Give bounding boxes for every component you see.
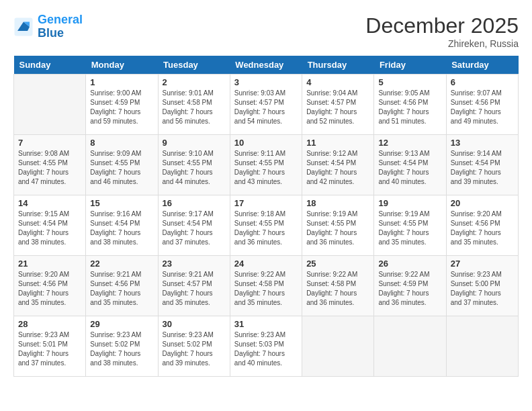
day-number: 13 — [451, 138, 514, 148]
header-wednesday: Wednesday — [230, 56, 302, 75]
cell-info: Sunrise: 9:23 AMSunset: 5:03 PMDaylight:… — [234, 330, 298, 368]
calendar-cell: 2Sunrise: 9:01 AMSunset: 4:58 PMDaylight… — [158, 75, 230, 135]
day-number: 12 — [378, 138, 441, 148]
calendar-week-3: 21Sunrise: 9:20 AMSunset: 4:56 PMDayligh… — [14, 256, 519, 316]
calendar-cell: 8Sunrise: 9:09 AMSunset: 4:55 PMDaylight… — [86, 135, 158, 195]
cell-info: Sunrise: 9:23 AMSunset: 5:02 PMDaylight:… — [163, 330, 226, 368]
cell-info: Sunrise: 9:22 AMSunset: 4:58 PMDaylight:… — [306, 270, 369, 308]
logo-icon — [13, 17, 34, 37]
header-friday: Friday — [374, 56, 446, 75]
day-number: 29 — [90, 319, 153, 329]
calendar-cell: 9Sunrise: 9:10 AMSunset: 4:55 PMDaylight… — [158, 135, 230, 195]
calendar-week-2: 14Sunrise: 9:15 AMSunset: 4:54 PMDayligh… — [14, 195, 519, 256]
title-block: December 2025 Zhireken, Russia — [365, 13, 519, 49]
calendar-week-0: 1Sunrise: 9:00 AMSunset: 4:59 PMDaylight… — [14, 75, 519, 135]
calendar-cell: 13Sunrise: 9:14 AMSunset: 4:54 PMDayligh… — [446, 135, 518, 195]
calendar-cell: 28Sunrise: 9:23 AMSunset: 5:01 PMDayligh… — [14, 316, 86, 377]
day-number: 24 — [234, 259, 298, 269]
calendar-cell: 16Sunrise: 9:17 AMSunset: 4:54 PMDayligh… — [158, 195, 230, 256]
logo-text: General Blue — [38, 13, 83, 40]
cell-info: Sunrise: 9:23 AMSunset: 5:02 PMDaylight:… — [90, 330, 153, 368]
month-title: December 2025 — [365, 13, 519, 38]
header-saturday: Saturday — [446, 56, 518, 75]
cell-info: Sunrise: 9:05 AMSunset: 4:56 PMDaylight:… — [378, 89, 441, 126]
cell-info: Sunrise: 9:20 AMSunset: 4:56 PMDaylight:… — [18, 270, 81, 308]
day-number: 17 — [234, 198, 298, 208]
calendar-cell — [14, 75, 86, 135]
calendar-cell: 5Sunrise: 9:05 AMSunset: 4:56 PMDaylight… — [374, 75, 446, 135]
calendar-cell: 24Sunrise: 9:22 AMSunset: 4:58 PMDayligh… — [230, 256, 302, 316]
calendar-week-1: 7Sunrise: 9:08 AMSunset: 4:55 PMDaylight… — [14, 135, 519, 195]
calendar-cell: 11Sunrise: 9:12 AMSunset: 4:54 PMDayligh… — [302, 135, 374, 195]
day-number: 28 — [18, 319, 81, 329]
calendar-cell: 12Sunrise: 9:13 AMSunset: 4:54 PMDayligh… — [374, 135, 446, 195]
day-number: 2 — [163, 77, 226, 87]
calendar-cell: 26Sunrise: 9:22 AMSunset: 4:59 PMDayligh… — [374, 256, 446, 316]
cell-info: Sunrise: 9:21 AMSunset: 4:56 PMDaylight:… — [90, 270, 153, 308]
cell-info: Sunrise: 9:09 AMSunset: 4:55 PMDaylight:… — [90, 149, 153, 187]
day-number: 5 — [378, 77, 441, 87]
calendar-cell: 14Sunrise: 9:15 AMSunset: 4:54 PMDayligh… — [14, 195, 86, 256]
cell-info: Sunrise: 9:19 AMSunset: 4:55 PMDaylight:… — [378, 210, 441, 247]
calendar-cell: 7Sunrise: 9:08 AMSunset: 4:55 PMDaylight… — [14, 135, 86, 195]
calendar-cell: 15Sunrise: 9:16 AMSunset: 4:54 PMDayligh… — [86, 195, 158, 256]
calendar-cell: 4Sunrise: 9:04 AMSunset: 4:57 PMDaylight… — [302, 75, 374, 135]
calendar-cell: 3Sunrise: 9:03 AMSunset: 4:57 PMDaylight… — [230, 75, 302, 135]
cell-info: Sunrise: 9:10 AMSunset: 4:55 PMDaylight:… — [163, 149, 226, 187]
day-number: 26 — [378, 259, 441, 269]
day-number: 27 — [451, 259, 514, 269]
cell-info: Sunrise: 9:00 AMSunset: 4:59 PMDaylight:… — [90, 89, 153, 126]
calendar-cell: 27Sunrise: 9:23 AMSunset: 5:00 PMDayligh… — [446, 256, 518, 316]
calendar-table: Sunday Monday Tuesday Wednesday Thursday… — [13, 56, 519, 377]
cell-info: Sunrise: 9:22 AMSunset: 4:58 PMDaylight:… — [234, 270, 298, 308]
day-number: 31 — [234, 319, 298, 329]
page-header: General Blue December 2025 Zhireken, Rus… — [13, 13, 519, 49]
cell-info: Sunrise: 9:11 AMSunset: 4:55 PMDaylight:… — [234, 149, 298, 187]
logo-line1: General — [38, 13, 83, 26]
day-number: 3 — [234, 77, 298, 87]
day-number: 19 — [378, 198, 441, 208]
day-number: 4 — [306, 77, 369, 87]
day-number: 7 — [18, 138, 81, 148]
day-number: 21 — [18, 259, 81, 269]
calendar-body: 1Sunrise: 9:00 AMSunset: 4:59 PMDaylight… — [14, 75, 519, 377]
cell-info: Sunrise: 9:22 AMSunset: 4:59 PMDaylight:… — [378, 270, 441, 308]
cell-info: Sunrise: 9:01 AMSunset: 4:58 PMDaylight:… — [163, 89, 226, 126]
calendar-cell — [302, 316, 374, 377]
cell-info: Sunrise: 9:15 AMSunset: 4:54 PMDaylight:… — [18, 210, 81, 247]
day-number: 10 — [234, 138, 298, 148]
day-number: 11 — [306, 138, 369, 148]
day-number: 9 — [163, 138, 226, 148]
day-number: 25 — [306, 259, 369, 269]
day-number: 1 — [90, 77, 153, 87]
cell-info: Sunrise: 9:23 AMSunset: 5:01 PMDaylight:… — [18, 330, 81, 368]
cell-info: Sunrise: 9:13 AMSunset: 4:54 PMDaylight:… — [378, 149, 441, 187]
calendar-header: Sunday Monday Tuesday Wednesday Thursday… — [14, 56, 519, 75]
cell-info: Sunrise: 9:16 AMSunset: 4:54 PMDaylight:… — [90, 210, 153, 247]
cell-info: Sunrise: 9:23 AMSunset: 5:00 PMDaylight:… — [451, 270, 514, 308]
logo-line2: Blue — [38, 26, 64, 40]
day-number: 18 — [306, 198, 369, 208]
cell-info: Sunrise: 9:19 AMSunset: 4:55 PMDaylight:… — [306, 210, 369, 247]
logo: General Blue — [13, 13, 83, 40]
day-number: 20 — [451, 198, 514, 208]
header-tuesday: Tuesday — [158, 56, 230, 75]
day-number: 8 — [90, 138, 153, 148]
calendar-cell: 17Sunrise: 9:18 AMSunset: 4:55 PMDayligh… — [230, 195, 302, 256]
calendar-cell: 30Sunrise: 9:23 AMSunset: 5:02 PMDayligh… — [158, 316, 230, 377]
day-number: 15 — [90, 198, 153, 208]
day-number: 14 — [18, 198, 81, 208]
day-number: 22 — [90, 259, 153, 269]
calendar-cell: 31Sunrise: 9:23 AMSunset: 5:03 PMDayligh… — [230, 316, 302, 377]
cell-info: Sunrise: 9:14 AMSunset: 4:54 PMDaylight:… — [451, 149, 514, 187]
calendar-cell: 20Sunrise: 9:20 AMSunset: 4:56 PMDayligh… — [446, 195, 518, 256]
cell-info: Sunrise: 9:18 AMSunset: 4:55 PMDaylight:… — [234, 210, 298, 247]
cell-info: Sunrise: 9:03 AMSunset: 4:57 PMDaylight:… — [234, 89, 298, 126]
calendar-cell: 25Sunrise: 9:22 AMSunset: 4:58 PMDayligh… — [302, 256, 374, 316]
day-number: 23 — [163, 259, 226, 269]
cell-info: Sunrise: 9:20 AMSunset: 4:56 PMDaylight:… — [451, 210, 514, 247]
cell-info: Sunrise: 9:12 AMSunset: 4:54 PMDaylight:… — [306, 149, 369, 187]
calendar-week-4: 28Sunrise: 9:23 AMSunset: 5:01 PMDayligh… — [14, 316, 519, 377]
day-number: 16 — [163, 198, 226, 208]
header-thursday: Thursday — [302, 56, 374, 75]
